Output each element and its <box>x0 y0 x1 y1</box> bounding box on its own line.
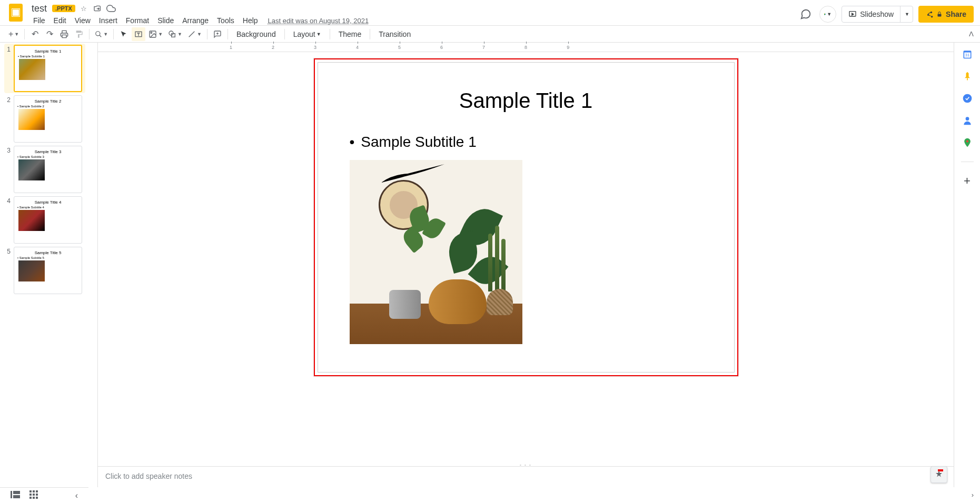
chevron-down-icon: ▼ <box>827 12 831 17</box>
collapse-toolbar-icon[interactable]: ᐱ <box>969 30 974 38</box>
meet-button[interactable]: ▼ <box>819 6 836 23</box>
separator <box>113 29 114 39</box>
canvas-area: 1 2 3 4 5 6 7 8 9 Sample Title 1 Sample … <box>98 43 954 487</box>
slide-subtitle[interactable]: Sample Subtitle 1 <box>350 134 702 150</box>
select-tool[interactable] <box>117 27 131 41</box>
thumbnail-5[interactable]: Sample Title 5 • Sample Subtitle 5 <box>14 247 82 294</box>
contacts-icon[interactable] <box>962 115 973 126</box>
thumb-num: 4 <box>5 196 11 244</box>
thumb-image <box>18 159 45 180</box>
canvas-scroll[interactable]: Sample Title 1 Sample Subtitle 1 <box>98 52 954 463</box>
layout-label: Layout <box>293 30 315 38</box>
ruler-tick: 3 <box>314 45 316 50</box>
slideshow-button[interactable]: Slideshow <box>842 6 900 22</box>
thumbnail-2[interactable]: Sample Title 2 • Sample Subtitle 2 <box>14 95 82 143</box>
svg-rect-3 <box>13 9 19 16</box>
menu-view[interactable]: View <box>71 15 94 26</box>
thumb-subtitle: • Sample Subtitle 3 <box>17 155 78 158</box>
separator <box>227 29 228 39</box>
menu-format[interactable]: Format <box>122 15 153 26</box>
thumbnail-4[interactable]: Sample Title 4 • Sample Subtitle 4 <box>14 196 82 244</box>
star-icon[interactable]: ☆ <box>78 3 89 14</box>
separator <box>89 29 90 39</box>
title-area: test .PPTX ☆ File Edit View Insert Forma… <box>29 3 797 26</box>
speaker-notes[interactable]: Click to add speaker notes <box>98 466 954 487</box>
comment-tool[interactable] <box>211 27 224 41</box>
thumb-subtitle: • Sample Subtitle 4 <box>17 206 78 209</box>
slides-logo[interactable] <box>6 3 25 22</box>
chevron-down-icon: ▼ <box>905 12 909 17</box>
redo-button[interactable]: ↷ <box>43 27 56 41</box>
thumb-num: 1 <box>5 45 11 92</box>
thumb-num: 2 <box>5 95 11 143</box>
ruler-tick: 7 <box>482 45 485 50</box>
explore-button[interactable] <box>930 466 947 483</box>
menu-slide[interactable]: Slide <box>154 15 177 26</box>
spotted-plant <box>400 202 452 265</box>
filmstrip: 1 Sample Title 1 • Sample Subtitle 1 2 S… <box>0 43 88 487</box>
ruler-tick: 6 <box>440 45 443 50</box>
add-addon-icon[interactable]: + <box>962 176 973 186</box>
zoom-button[interactable]: ▼ <box>93 27 110 41</box>
undo-button[interactable]: ↶ <box>28 27 42 41</box>
header: test .PPTX ☆ File Edit View Insert Forma… <box>0 0 980 26</box>
menu-edit[interactable]: Edit <box>50 15 70 26</box>
thumb-3-wrap: 3 Sample Title 3 • Sample Subtitle 3 <box>5 146 84 193</box>
layout-button[interactable]: Layout▼ <box>288 27 326 41</box>
keep-icon[interactable] <box>962 71 973 82</box>
menu-tools[interactable]: Tools <box>213 15 238 26</box>
thumb-subtitle: • Sample Subtitle 2 <box>17 105 78 108</box>
ruler-tick: 2 <box>272 45 274 50</box>
horizontal-ruler: 1 2 3 4 5 6 7 8 9 <box>98 43 954 52</box>
svg-rect-15 <box>967 78 968 80</box>
slide-image[interactable] <box>350 160 522 344</box>
paint-format-button[interactable] <box>72 27 86 41</box>
svg-text:31: 31 <box>965 53 969 57</box>
separator <box>24 29 25 39</box>
line-tool[interactable]: ▼ <box>185 27 204 41</box>
menu-file[interactable]: File <box>29 15 49 26</box>
thumb-image <box>19 59 45 80</box>
thumb-4-wrap: 4 Sample Title 4 • Sample Subtitle 4 <box>5 196 84 244</box>
slide-body: Sample Subtitle 1 <box>350 134 702 344</box>
image-tool[interactable]: ▼ <box>146 27 165 41</box>
menu-insert[interactable]: Insert <box>95 15 121 26</box>
shape-tool[interactable]: ▼ <box>166 27 184 41</box>
thumb-subtitle: • Sample Subtitle 1 <box>18 55 78 58</box>
thumb-subtitle: • Sample Subtitle 5 <box>17 256 78 259</box>
svg-rect-5 <box>938 14 942 17</box>
cloud-status-icon[interactable] <box>106 3 116 14</box>
header-right: ▼ Slideshow ▼ Share <box>797 6 974 23</box>
calendar-icon[interactable]: 31 <box>962 49 973 59</box>
share-button[interactable]: Share <box>918 6 974 23</box>
transition-button[interactable]: Transition <box>373 27 416 41</box>
slide-inner: Sample Title 1 Sample Subtitle 1 <box>318 62 735 373</box>
new-slide-button[interactable]: +▼ <box>6 27 21 41</box>
slide-title[interactable]: Sample Title 1 <box>318 89 734 113</box>
background-button[interactable]: Background <box>231 27 281 41</box>
ruler-tick: 8 <box>524 45 527 50</box>
print-button[interactable] <box>57 27 71 41</box>
last-edit-link[interactable]: Last edit was on August 19, 2021 <box>268 17 369 25</box>
menu-arrange[interactable]: Arrange <box>179 15 212 26</box>
thumbnail-1[interactable]: Sample Title 1 • Sample Subtitle 1 <box>14 45 82 92</box>
maps-icon[interactable] <box>962 137 973 148</box>
thumb-image <box>18 109 45 130</box>
snake-plant <box>486 223 509 291</box>
thumb-title: Sample Title 3 <box>17 149 78 154</box>
slideshow-dropdown[interactable]: ▼ <box>900 6 913 22</box>
doc-title[interactable]: test <box>29 3 49 15</box>
separator <box>370 29 370 39</box>
separator <box>207 29 207 39</box>
tasks-icon[interactable] <box>962 93 973 104</box>
menu-help[interactable]: Help <box>239 15 262 26</box>
thumbnail-3[interactable]: Sample Title 3 • Sample Subtitle 3 <box>14 146 82 193</box>
thumb-num: 5 <box>5 247 11 294</box>
slide-canvas[interactable]: Sample Title 1 Sample Subtitle 1 <box>314 58 738 376</box>
theme-button[interactable]: Theme <box>333 27 367 41</box>
comments-icon[interactable] <box>797 6 814 23</box>
menu-bar: File Edit View Insert Format Slide Arran… <box>29 15 797 26</box>
slideshow-label: Slideshow <box>860 10 894 18</box>
textbox-tool[interactable] <box>132 27 145 41</box>
move-icon[interactable] <box>92 3 103 14</box>
